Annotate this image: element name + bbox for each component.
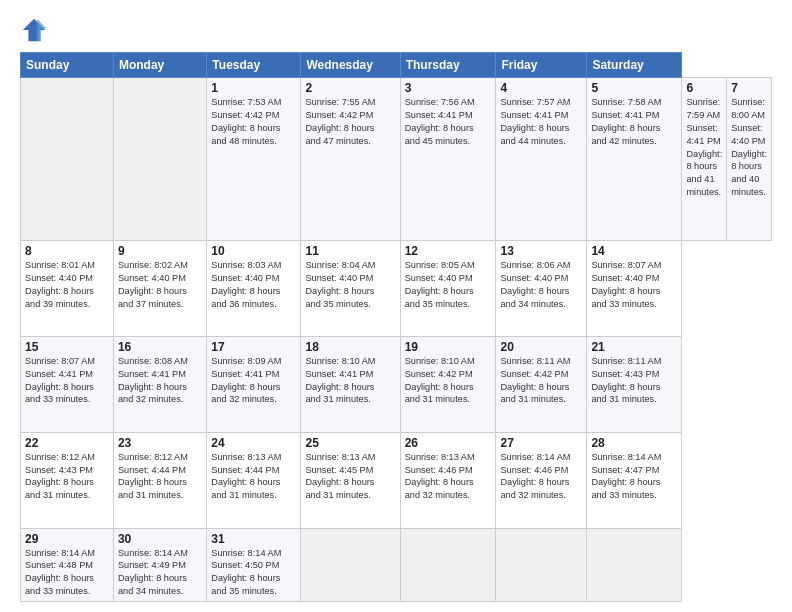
day-info: Sunrise: 8:01 AMSunset: 4:40 PMDaylight:…: [25, 260, 95, 309]
calendar-table: SundayMondayTuesdayWednesdayThursdayFrid…: [20, 52, 772, 602]
day-number: 30: [118, 532, 202, 546]
calendar-cell: 28Sunrise: 8:14 AMSunset: 4:47 PMDayligh…: [587, 432, 682, 528]
day-info: Sunrise: 8:10 AMSunset: 4:41 PMDaylight:…: [305, 356, 375, 405]
day-number: 7: [731, 81, 767, 95]
day-number: 2: [305, 81, 395, 95]
day-number: 18: [305, 340, 395, 354]
day-number: 23: [118, 436, 202, 450]
calendar-cell: 3Sunrise: 7:56 AMSunset: 4:41 PMDaylight…: [400, 78, 496, 241]
calendar-cell: [400, 528, 496, 602]
weekday-header-wednesday: Wednesday: [301, 53, 400, 78]
day-info: Sunrise: 8:13 AMSunset: 4:45 PMDaylight:…: [305, 452, 375, 501]
calendar-cell: [21, 78, 114, 241]
calendar-cell: 15Sunrise: 8:07 AMSunset: 4:41 PMDayligh…: [21, 336, 114, 432]
calendar-cell: 16Sunrise: 8:08 AMSunset: 4:41 PMDayligh…: [113, 336, 206, 432]
day-info: Sunrise: 8:14 AMSunset: 4:46 PMDaylight:…: [500, 452, 570, 501]
day-number: 13: [500, 244, 582, 258]
day-info: Sunrise: 8:02 AMSunset: 4:40 PMDaylight:…: [118, 260, 188, 309]
calendar-cell: 5Sunrise: 7:58 AMSunset: 4:41 PMDaylight…: [587, 78, 682, 241]
week-row-2: 8Sunrise: 8:01 AMSunset: 4:40 PMDaylight…: [21, 240, 772, 336]
header: [20, 16, 772, 44]
day-info: Sunrise: 8:14 AMSunset: 4:48 PMDaylight:…: [25, 548, 95, 597]
page: SundayMondayTuesdayWednesdayThursdayFrid…: [0, 0, 792, 612]
calendar-cell: 13Sunrise: 8:06 AMSunset: 4:40 PMDayligh…: [496, 240, 587, 336]
day-info: Sunrise: 8:13 AMSunset: 4:46 PMDaylight:…: [405, 452, 475, 501]
day-info: Sunrise: 8:07 AMSunset: 4:41 PMDaylight:…: [25, 356, 95, 405]
day-number: 15: [25, 340, 109, 354]
day-info: Sunrise: 8:11 AMSunset: 4:43 PMDaylight:…: [591, 356, 661, 405]
day-number: 17: [211, 340, 296, 354]
logo: [20, 16, 50, 44]
calendar-cell: [301, 528, 400, 602]
weekday-header-monday: Monday: [113, 53, 206, 78]
day-info: Sunrise: 8:00 AMSunset: 4:40 PMDaylight:…: [731, 97, 767, 197]
svg-marker-0: [23, 19, 45, 41]
calendar-cell: 14Sunrise: 8:07 AMSunset: 4:40 PMDayligh…: [587, 240, 682, 336]
day-number: 22: [25, 436, 109, 450]
week-row-1: 1Sunrise: 7:53 AMSunset: 4:42 PMDaylight…: [21, 78, 772, 241]
day-info: Sunrise: 8:07 AMSunset: 4:40 PMDaylight:…: [591, 260, 661, 309]
day-number: 3: [405, 81, 492, 95]
day-number: 21: [591, 340, 677, 354]
weekday-header-tuesday: Tuesday: [207, 53, 301, 78]
calendar-cell: 6Sunrise: 7:59 AMSunset: 4:41 PMDaylight…: [682, 78, 727, 241]
calendar-cell: 23Sunrise: 8:12 AMSunset: 4:44 PMDayligh…: [113, 432, 206, 528]
day-number: 8: [25, 244, 109, 258]
weekday-header-sunday: Sunday: [21, 53, 114, 78]
calendar-cell: [587, 528, 682, 602]
day-info: Sunrise: 8:11 AMSunset: 4:42 PMDaylight:…: [500, 356, 570, 405]
calendar-cell: 10Sunrise: 8:03 AMSunset: 4:40 PMDayligh…: [207, 240, 301, 336]
calendar-cell: 9Sunrise: 8:02 AMSunset: 4:40 PMDaylight…: [113, 240, 206, 336]
day-info: Sunrise: 8:12 AMSunset: 4:44 PMDaylight:…: [118, 452, 188, 501]
week-row-4: 22Sunrise: 8:12 AMSunset: 4:43 PMDayligh…: [21, 432, 772, 528]
day-number: 27: [500, 436, 582, 450]
day-info: Sunrise: 8:06 AMSunset: 4:40 PMDaylight:…: [500, 260, 570, 309]
day-number: 11: [305, 244, 395, 258]
calendar-cell: 18Sunrise: 8:10 AMSunset: 4:41 PMDayligh…: [301, 336, 400, 432]
day-info: Sunrise: 7:53 AMSunset: 4:42 PMDaylight:…: [211, 97, 281, 146]
calendar-cell: 2Sunrise: 7:55 AMSunset: 4:42 PMDaylight…: [301, 78, 400, 241]
day-number: 10: [211, 244, 296, 258]
calendar-cell: 30Sunrise: 8:14 AMSunset: 4:49 PMDayligh…: [113, 528, 206, 602]
calendar-cell: 17Sunrise: 8:09 AMSunset: 4:41 PMDayligh…: [207, 336, 301, 432]
day-info: Sunrise: 7:58 AMSunset: 4:41 PMDaylight:…: [591, 97, 661, 146]
day-number: 29: [25, 532, 109, 546]
day-info: Sunrise: 8:05 AMSunset: 4:40 PMDaylight:…: [405, 260, 475, 309]
day-info: Sunrise: 8:12 AMSunset: 4:43 PMDaylight:…: [25, 452, 95, 501]
calendar-cell: 27Sunrise: 8:14 AMSunset: 4:46 PMDayligh…: [496, 432, 587, 528]
day-number: 5: [591, 81, 677, 95]
day-number: 14: [591, 244, 677, 258]
day-info: Sunrise: 7:55 AMSunset: 4:42 PMDaylight:…: [305, 97, 375, 146]
calendar-cell: 29Sunrise: 8:14 AMSunset: 4:48 PMDayligh…: [21, 528, 114, 602]
calendar-cell: 11Sunrise: 8:04 AMSunset: 4:40 PMDayligh…: [301, 240, 400, 336]
calendar-cell: 22Sunrise: 8:12 AMSunset: 4:43 PMDayligh…: [21, 432, 114, 528]
calendar-cell: 24Sunrise: 8:13 AMSunset: 4:44 PMDayligh…: [207, 432, 301, 528]
day-info: Sunrise: 8:14 AMSunset: 4:49 PMDaylight:…: [118, 548, 188, 597]
weekday-header-row: SundayMondayTuesdayWednesdayThursdayFrid…: [21, 53, 772, 78]
calendar-cell: [496, 528, 587, 602]
day-info: Sunrise: 8:03 AMSunset: 4:40 PMDaylight:…: [211, 260, 281, 309]
week-row-3: 15Sunrise: 8:07 AMSunset: 4:41 PMDayligh…: [21, 336, 772, 432]
calendar-cell: 12Sunrise: 8:05 AMSunset: 4:40 PMDayligh…: [400, 240, 496, 336]
calendar-cell: 8Sunrise: 8:01 AMSunset: 4:40 PMDaylight…: [21, 240, 114, 336]
day-number: 6: [686, 81, 722, 95]
calendar-cell: 1Sunrise: 7:53 AMSunset: 4:42 PMDaylight…: [207, 78, 301, 241]
day-info: Sunrise: 8:13 AMSunset: 4:44 PMDaylight:…: [211, 452, 281, 501]
day-number: 26: [405, 436, 492, 450]
calendar-cell: 21Sunrise: 8:11 AMSunset: 4:43 PMDayligh…: [587, 336, 682, 432]
day-info: Sunrise: 8:10 AMSunset: 4:42 PMDaylight:…: [405, 356, 475, 405]
day-number: 1: [211, 81, 296, 95]
day-info: Sunrise: 7:57 AMSunset: 4:41 PMDaylight:…: [500, 97, 570, 146]
calendar-cell: 4Sunrise: 7:57 AMSunset: 4:41 PMDaylight…: [496, 78, 587, 241]
weekday-header-saturday: Saturday: [587, 53, 682, 78]
calendar-cell: 7Sunrise: 8:00 AMSunset: 4:40 PMDaylight…: [727, 78, 772, 241]
day-number: 25: [305, 436, 395, 450]
calendar-cell: 26Sunrise: 8:13 AMSunset: 4:46 PMDayligh…: [400, 432, 496, 528]
weekday-header-friday: Friday: [496, 53, 587, 78]
day-number: 19: [405, 340, 492, 354]
day-info: Sunrise: 7:56 AMSunset: 4:41 PMDaylight:…: [405, 97, 475, 146]
calendar-cell: 19Sunrise: 8:10 AMSunset: 4:42 PMDayligh…: [400, 336, 496, 432]
day-number: 12: [405, 244, 492, 258]
logo-icon: [20, 16, 48, 44]
day-info: Sunrise: 8:09 AMSunset: 4:41 PMDaylight:…: [211, 356, 281, 405]
